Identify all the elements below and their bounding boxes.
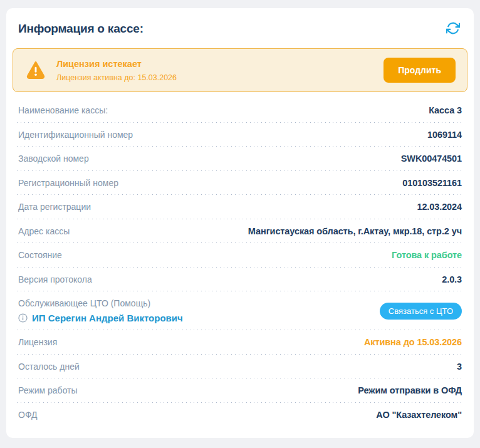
license-status: Активна до 15.03.2026 [364,337,462,347]
field-value: Мангистауская область, г.Актау, мкр.18, … [248,226,462,236]
field-label: Состояние [18,250,62,260]
field-label: ОФД [18,410,38,420]
refresh-icon [446,21,460,37]
field-label: Идентификационный номер [18,130,133,140]
extend-license-button[interactable]: Продлить [383,58,456,83]
license-warning-banner: Лицензия истекает Лицензия активна до: 1… [13,48,467,92]
row-registration-number: Регистрационный номер 010103521161 [13,171,467,195]
cto-info: Обслуживающее ЦТО (Помощь) ИП Серегин Ан… [18,292,183,330]
refresh-button[interactable] [445,21,461,37]
row-days-left: Осталось дней 3 [13,355,467,379]
field-value: 2.0.3 [442,274,462,284]
field-label: Осталось дней [18,362,80,372]
field-label: Заводской номер [18,154,89,164]
field-value: 010103521161 [402,178,462,188]
row-factory-number: Заводской номер SWK00474501 [13,147,467,171]
row-ofd: ОФД АО "Казахтелеком" [13,403,467,427]
field-label: Лицензия [18,337,57,347]
card-header: Информация о кассе: [13,21,467,37]
row-registration-date: Дата регистрации 12.03.2024 [13,195,467,219]
field-label: Версия протокола [18,274,92,284]
field-label: Наименование кассы: [18,105,108,115]
row-kassa-name: Наименование кассы: Касса 3 [13,98,467,123]
field-label: Адрес кассы [18,226,70,236]
row-work-mode: Режим работы Режим отправки в ОФД [13,378,467,403]
page-title: Информация о кассе: [18,22,143,36]
warning-triangle-icon [26,60,46,81]
banner-title: Лицензия истекает [56,59,177,69]
cto-company-name: ИП Серегин Андрей Викторович [32,313,183,323]
banner-subtitle: Лицензия активна до: 15.03.2026 [56,73,177,82]
field-label: Регистрационный номер [18,178,118,188]
row-kassa-address: Адрес кассы Мангистауская область, г.Акт… [13,219,467,244]
field-value: Режим отправки в ОФД [358,385,462,395]
field-value: SWK00474501 [401,154,462,164]
contact-cto-button[interactable]: Связаться с ЦТО [380,303,462,320]
kassa-info-card: Информация о кассе: Лицензия истекает Ли… [6,8,474,438]
field-label: Режим работы [18,385,78,395]
row-identification-number: Идентификационный номер 1069114 [13,123,467,147]
row-protocol-version: Версия протокола 2.0.3 [13,268,467,292]
banner-text: Лицензия истекает Лицензия активна до: 1… [56,59,177,82]
field-value: 3 [457,362,462,372]
row-state: Состояние Готова к работе [13,243,467,268]
field-label: Дата регистрации [18,202,91,212]
cto-company-link[interactable]: ИП Серегин Андрей Викторович [18,313,183,323]
status-badge: Готова к работе [392,250,462,260]
field-value: Касса 3 [429,105,462,115]
row-license: Лицензия Активна до 15.03.2026 [13,330,467,355]
field-value: 1069114 [427,130,462,140]
row-cto-service: Обслуживающее ЦТО (Помощь) ИП Серегин Ан… [13,291,467,330]
field-value: АО "Казахтелеком" [376,410,462,420]
kassa-fields-list: Наименование кассы: Касса 3 Идентификаци… [13,98,467,427]
field-value: 12.03.2024 [417,202,462,212]
field-label: Обслуживающее ЦТО (Помощь) [18,298,183,308]
info-circle-icon [18,313,28,323]
